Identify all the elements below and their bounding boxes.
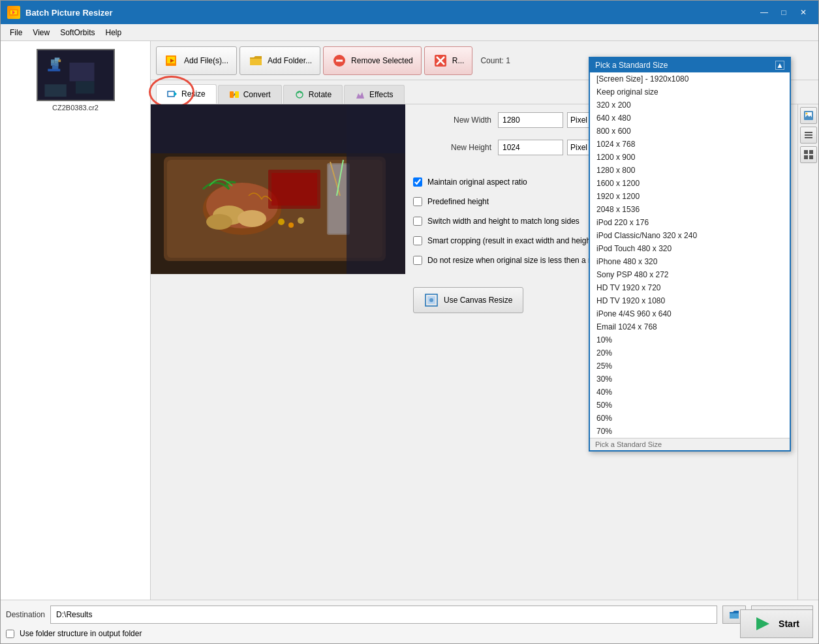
dropdown-item-27[interactable]: 70%: [590, 425, 790, 438]
svg-rect-7: [58, 59, 61, 62]
file-list: CZ2B0383.cr2: [1, 41, 150, 600]
dropdown-item-16[interactable]: HD TV 1920 x 720: [590, 281, 790, 294]
smart-cropping-checkbox[interactable]: [413, 236, 422, 245]
dropdown-scroll-up[interactable]: ▲: [775, 61, 784, 70]
title-bar: Batch Picture Resizer — □ ✕: [1, 1, 818, 24]
svg-point-33: [238, 210, 266, 227]
list-item[interactable]: CZ2B0383.cr2: [6, 46, 145, 114]
dropdown-item-19[interactable]: Email 1024 x 768: [590, 320, 790, 333]
menu-file[interactable]: File: [5, 27, 27, 38]
destination-input[interactable]: [50, 606, 717, 624]
dropdown-item-1[interactable]: Keep original size: [590, 85, 790, 99]
predefined-height-checkbox[interactable]: [413, 197, 422, 206]
dropdown-item-9[interactable]: 1920 x 1200: [590, 190, 790, 203]
side-icon-list[interactable]: [800, 127, 817, 144]
tab-convert[interactable]: Convert: [218, 85, 282, 104]
start-button[interactable]: Start: [740, 609, 813, 638]
smart-cropping-label: Smart cropping (result in exact width an…: [427, 236, 595, 245]
no-resize-checkbox[interactable]: [413, 256, 422, 265]
use-canvas-resize-button[interactable]: Use Canvas Resize: [413, 287, 523, 313]
tab-convert-label: Convert: [243, 90, 271, 99]
clear-button[interactable]: R...: [424, 46, 473, 75]
dropdown-item-22[interactable]: 25%: [590, 360, 790, 373]
new-height-input[interactable]: [498, 140, 563, 155]
add-folder-button[interactable]: Add Folder...: [240, 46, 320, 75]
svg-rect-22: [168, 91, 174, 97]
svg-rect-54: [805, 134, 812, 136]
dropdown-item-11[interactable]: iPod 220 x 176: [590, 216, 790, 229]
tab-resize[interactable]: Resize: [156, 84, 217, 104]
minimize-button[interactable]: —: [756, 5, 773, 20]
tab-rotate[interactable]: Rotate: [283, 85, 343, 104]
switch-dimensions-label: Switch width and height to match long si…: [427, 217, 579, 226]
side-icon-image[interactable]: [800, 107, 817, 124]
dropdown-item-7[interactable]: 1280 x 800: [590, 164, 790, 177]
dropdown-item-24[interactable]: 40%: [590, 386, 790, 399]
tab-resize-label: Resize: [181, 89, 206, 99]
dropdown-item-8[interactable]: 1600 x 1200: [590, 177, 790, 190]
svg-rect-36: [328, 164, 348, 234]
add-files-icon: [164, 53, 180, 69]
dropdown-footer: Pick a Standard Size: [590, 438, 790, 450]
dropdown-item-4[interactable]: 800 x 600: [590, 125, 790, 138]
size-dropdown: Pick a Standard Size ▲ [Screen Size] - 1…: [589, 57, 791, 452]
dropdown-item-6[interactable]: 1200 x 900: [590, 151, 790, 164]
svg-rect-59: [809, 155, 813, 159]
close-button[interactable]: ✕: [795, 5, 812, 20]
svg-point-42: [288, 222, 294, 228]
svg-rect-10: [48, 69, 60, 72]
dropdown-item-15[interactable]: Sony PSP 480 x 272: [590, 268, 790, 281]
svg-marker-23: [174, 91, 177, 97]
dropdown-item-21[interactable]: 20%: [590, 346, 790, 360]
folder-structure-checkbox[interactable]: [6, 630, 14, 638]
dropdown-item-5[interactable]: 1024 x 768: [590, 138, 790, 151]
remove-selected-button[interactable]: Remove Selected: [323, 46, 422, 75]
maintain-aspect-checkbox[interactable]: [413, 177, 422, 187]
switch-dimensions-checkbox[interactable]: [413, 217, 422, 226]
dropdown-item-25[interactable]: 50%: [590, 399, 790, 412]
canvas-resize-icon: [424, 293, 439, 307]
new-width-input[interactable]: [498, 112, 563, 128]
dropdown-item-10[interactable]: 2048 x 1536: [590, 203, 790, 216]
svg-point-52: [805, 113, 807, 115]
tab-effects[interactable]: Effects: [344, 85, 404, 104]
folder-structure-row: Use folder structure in output folder: [6, 629, 813, 638]
browse-icon: [728, 609, 740, 621]
bottom-bar: Destination Options Use folder structure…: [1, 600, 818, 643]
menu-softorbits[interactable]: SoftOrbits: [55, 27, 100, 38]
dropdown-item-3[interactable]: 640 x 480: [590, 112, 790, 125]
menu-view[interactable]: View: [27, 27, 55, 38]
maximize-button[interactable]: □: [775, 5, 792, 20]
svg-rect-53: [805, 132, 812, 133]
dropdown-item-26[interactable]: 60%: [590, 412, 790, 425]
dropdown-item-17[interactable]: HD TV 1920 x 1080: [590, 294, 790, 307]
dropdown-list[interactable]: [Screen Size] - 1920x1080 Keep original …: [590, 72, 790, 438]
destination-label: Destination: [6, 610, 45, 619]
dropdown-item-14[interactable]: iPhone 480 x 320: [590, 255, 790, 268]
new-height-label: New Height: [413, 143, 491, 152]
dropdown-item-23[interactable]: 30%: [590, 373, 790, 386]
preview-image: [151, 104, 405, 274]
svg-rect-24: [230, 91, 234, 98]
add-files-button[interactable]: Add File(s)...: [156, 46, 237, 75]
add-folder-icon: [248, 53, 264, 69]
svg-rect-25: [235, 91, 239, 98]
dropdown-item-2[interactable]: 320 x 200: [590, 99, 790, 112]
svg-marker-62: [756, 617, 769, 630]
tab-effects-label: Effects: [369, 90, 393, 99]
dropdown-item-13[interactable]: iPod Touch 480 x 320: [590, 242, 790, 255]
canvas-resize-label: Use Canvas Resize: [444, 296, 512, 305]
new-width-label: New Width: [413, 115, 491, 125]
menu-help[interactable]: Help: [100, 27, 127, 38]
clear-label: R...: [452, 56, 465, 65]
side-icon-grid[interactable]: [800, 146, 817, 163]
dropdown-item-12[interactable]: iPod Classic/Nano 320 x 240: [590, 229, 790, 242]
svg-rect-55: [805, 137, 812, 138]
dropdown-item-0[interactable]: [Screen Size] - 1920x1080: [590, 72, 790, 85]
dropdown-item-20[interactable]: 10%: [590, 333, 790, 346]
start-label: Start: [779, 619, 799, 629]
svg-rect-58: [804, 155, 808, 159]
dropdown-item-18[interactable]: iPone 4/4S 960 x 640: [590, 307, 790, 320]
svg-rect-4: [51, 59, 55, 63]
rotate-tab-icon: [294, 89, 305, 100]
